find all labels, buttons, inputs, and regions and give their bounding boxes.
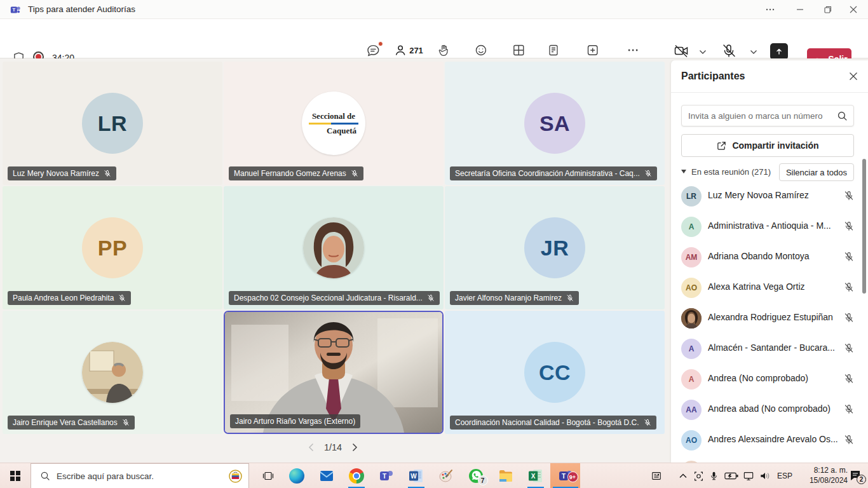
participant-row[interactable]: LR Luz Mery Novoa Ramírez: [671, 181, 868, 212]
close-button[interactable]: [839, 0, 868, 19]
participant-name-chip: Manuel Fernando Gomez Arenas: [229, 166, 363, 180]
video-tile-active-speaker[interactable]: Jairo Arturo Riaño Vargas (Externo): [224, 311, 444, 434]
participant-row[interactable]: A Administrativa - Antioquia - M...: [671, 212, 868, 242]
video-tile[interactable]: SA Secretaría Oficina Coordinación Admin…: [445, 62, 665, 185]
mic-off-icon[interactable]: [844, 313, 854, 323]
notes-icon: [544, 43, 563, 57]
window-title-bar: T Tips para atender Auditorías: [0, 0, 868, 19]
taskbar-edge-icon[interactable]: [281, 463, 311, 488]
chat-icon: [365, 43, 381, 57]
avatar: AM: [681, 247, 702, 268]
taskbar-paint-icon[interactable]: [431, 463, 461, 488]
taskbar-excel-icon[interactable]: X: [520, 463, 550, 488]
tray-notifications-icon[interactable]: 2: [849, 469, 862, 482]
video-tile[interactable]: Jairo Enrique Vera Castellanos: [3, 311, 222, 434]
tray-network-icon[interactable]: [740, 463, 757, 488]
start-button[interactable]: [0, 463, 31, 488]
tray-clock[interactable]: 8:12 a. m. 15/08/2024: [796, 463, 848, 488]
taskbar-search-input[interactable]: [57, 471, 215, 481]
invite-search-input[interactable]: [688, 105, 831, 126]
mic-off-icon[interactable]: [844, 252, 854, 262]
participant-name-chip: Luz Mery Novoa Ramírez: [8, 166, 116, 180]
mic-off-icon[interactable]: [844, 374, 854, 384]
invite-search-field[interactable]: [681, 105, 854, 126]
tray-speaker-icon[interactable]: [756, 463, 774, 488]
svg-text:T: T: [561, 473, 565, 480]
colombia-emblem-icon: [229, 470, 242, 483]
participant-row[interactable]: A Almacén - Santander - Bucara...: [671, 334, 868, 364]
more-dots-icon: [626, 43, 640, 57]
video-tile[interactable]: CC Coordinación Nacional Calidad - Bogot…: [445, 311, 665, 434]
mute-all-button[interactable]: Silenciar a todos: [779, 163, 854, 181]
video-tile[interactable]: JR Javier Alfonso Naranjo Ramirez: [445, 186, 665, 309]
teams-app-icon: T: [10, 4, 21, 15]
mic-off-icon[interactable]: [844, 404, 854, 414]
participant-name: Almacén - Santander - Bucara...: [708, 342, 835, 353]
task-view-button[interactable]: [253, 463, 283, 488]
avatar: A: [681, 217, 702, 237]
collapse-triangle-icon[interactable]: [681, 170, 686, 173]
video-tile[interactable]: Seccional de Caquetá Manuel Fernando Gom…: [224, 62, 444, 185]
svg-text:X: X: [531, 473, 535, 480]
svg-text:T: T: [13, 7, 16, 13]
video-tile[interactable]: LR Luz Mery Novoa Ramírez: [3, 62, 222, 185]
taskbar-word-icon[interactable]: W: [401, 463, 431, 488]
participant-row[interactable]: A Andrea (No comprobado): [671, 364, 868, 395]
mic-off-icon: [427, 294, 435, 302]
participant-row[interactable]: AM Adriana Obando Montoya: [671, 242, 868, 273]
mic-off-icon[interactable]: [844, 282, 854, 292]
avatar: CC: [524, 342, 585, 403]
mic-off-icon[interactable]: [844, 221, 854, 231]
participant-row[interactable]: AO Andres Alexsaindre Arevalo Os...: [671, 425, 868, 456]
mic-off-icon[interactable]: [844, 343, 854, 353]
people-count: 271: [409, 46, 423, 55]
tray-date: 15/08/2024: [810, 476, 848, 486]
tray-mic-icon[interactable]: [705, 463, 722, 488]
react-smiley-icon: [463, 43, 499, 57]
teams-notification-badge: 9+: [567, 471, 578, 482]
taskbar-whatsapp-icon[interactable]: 7: [461, 463, 491, 488]
taskbar-explorer-icon[interactable]: [491, 463, 520, 488]
mic-off-icon[interactable]: [844, 191, 854, 201]
window-overflow-menu[interactable]: [756, 0, 785, 19]
participant-name: Andrea (No comprobado): [708, 373, 808, 383]
panel-close-icon[interactable]: [849, 72, 858, 81]
search-icon[interactable]: [837, 111, 848, 121]
participant-row[interactable]: [671, 456, 868, 463]
video-tile[interactable]: PP Paula Andrea Leon Piedrahita: [3, 186, 222, 309]
mic-options-chevron[interactable]: [750, 50, 757, 55]
page-next-chevron[interactable]: [352, 443, 358, 452]
participant-row[interactable]: Alexandra Rodriguez Estupiñan: [671, 303, 868, 334]
taskbar-search-box[interactable]: [31, 463, 249, 488]
share-invitation-button[interactable]: Compartir invitación: [681, 134, 854, 157]
participant-name-chip: Paula Andrea Leon Piedrahita: [8, 291, 131, 305]
tray-language-indicator[interactable]: ESP: [774, 463, 796, 488]
participant-name: Luz Mery Novoa Ramírez: [708, 190, 809, 200]
mic-off-icon[interactable]: [844, 435, 854, 445]
mic-off-icon: [118, 294, 126, 302]
participant-row[interactable]: AO Alexa Katrina Vega Ortiz: [671, 273, 868, 303]
taskbar-teams-icon[interactable]: T: [371, 463, 401, 488]
participant-name: Andrea abad (No comprobado): [708, 403, 831, 414]
page-prev-chevron[interactable]: [308, 443, 314, 452]
participant-row[interactable]: AA Andrea abad (No comprobado): [671, 395, 868, 425]
camera-options-chevron[interactable]: [699, 50, 707, 55]
in-meeting-count-label: En esta reunión (271): [691, 167, 771, 177]
minimize-button[interactable]: [785, 0, 815, 19]
tray-screen-record-icon[interactable]: [690, 463, 707, 488]
tray-battery-icon[interactable]: [722, 463, 741, 488]
taskbar-chrome-icon[interactable]: [341, 463, 371, 488]
panel-scrollbar-thumb[interactable]: [862, 159, 866, 294]
avatar: AA: [681, 400, 702, 420]
tray-news-icon[interactable]: [647, 463, 666, 488]
tray-chevron-up-icon[interactable]: [675, 463, 691, 488]
share-screen-button[interactable]: [770, 43, 788, 60]
participant-name-chip: Javier Alfonso Naranjo Ramirez: [450, 291, 579, 305]
taskbar-mail-icon[interactable]: [311, 463, 341, 488]
in-meeting-section-header: En esta reunión (271) Silenciar a todos: [681, 163, 857, 181]
share-invitation-icon: [716, 140, 727, 151]
video-tile[interactable]: Despacho 02 Consejo Seccional Judicatura…: [224, 186, 444, 309]
people-icon: [394, 44, 407, 57]
taskbar-teams-meeting-icon[interactable]: T 9+: [550, 463, 580, 488]
avatar: SA: [524, 93, 585, 154]
